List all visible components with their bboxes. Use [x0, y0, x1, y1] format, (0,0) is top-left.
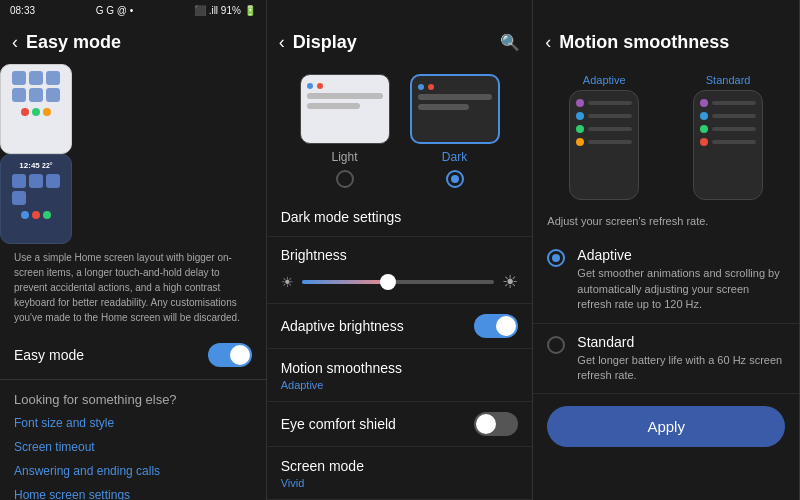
brightness-high-icon: ☀ — [502, 271, 518, 293]
apply-button[interactable]: Apply — [547, 406, 785, 447]
adaptive-radio-title: Adaptive — [577, 247, 785, 263]
eye-comfort-item[interactable]: Eye comfort shield — [267, 402, 533, 447]
standard-line-1 — [712, 101, 756, 105]
standard-line-4 — [712, 140, 756, 144]
dark-phone-dots — [21, 211, 51, 219]
adaptive-preview-label: Adaptive — [583, 74, 626, 86]
status-icons: G G @ • — [96, 5, 134, 16]
adaptive-line-1 — [588, 101, 632, 105]
eye-comfort-knob — [476, 414, 496, 434]
eye-comfort-label: Eye comfort shield — [281, 416, 396, 432]
app-icon-3 — [46, 71, 60, 85]
motion-scroll: Adaptive — [533, 64, 799, 500]
adaptive-dot-3 — [576, 125, 584, 133]
status-bar-3 — [533, 0, 799, 20]
status-bar-1: 08:33 G G @ • ⬛ .ill 91% 🔋 — [0, 0, 266, 20]
light-phone-dots — [21, 108, 51, 116]
home-screen-link[interactable]: Home screen settings — [0, 483, 266, 500]
screen-mode-item[interactable]: Screen mode Vivid — [267, 447, 533, 500]
divider-1 — [0, 379, 266, 380]
adaptive-toggle-knob — [496, 316, 516, 336]
eye-comfort-row: Eye comfort shield — [281, 412, 519, 436]
adaptive-radio[interactable] — [547, 249, 565, 267]
standard-dot-2 — [700, 112, 708, 120]
adaptive-brightness-toggle[interactable] — [474, 314, 518, 338]
app-icon-1 — [12, 71, 26, 85]
adaptive-preview-item: Adaptive — [547, 74, 661, 200]
adaptive-dot-1 — [576, 99, 584, 107]
standard-radio-title: Standard — [577, 334, 785, 350]
display-title: Display — [293, 32, 357, 53]
motion-title: Motion smoothness — [559, 32, 729, 53]
adaptive-line-3 — [588, 127, 632, 131]
dark-mode-radio[interactable] — [446, 170, 464, 188]
display-panel: ‹ Display 🔍 Light — [267, 0, 534, 500]
dark-mode-settings-label: Dark mode settings — [281, 209, 402, 225]
phone-preview-container: 12:45 22° — [0, 64, 266, 244]
adaptive-radio-option[interactable]: Adaptive Get smoother animations and scr… — [533, 237, 799, 323]
adaptive-phone-mock — [569, 90, 639, 200]
page-title: Easy mode — [26, 32, 121, 53]
status-right: ⬛ .ill 91% 🔋 — [194, 5, 256, 16]
easy-mode-toggle[interactable] — [208, 343, 252, 367]
adaptive-dot-4 — [576, 138, 584, 146]
motion-smoothness-panel: ‹ Motion smoothness Adaptive — [533, 0, 800, 500]
standard-radio-option[interactable]: Standard Get longer battery life with a … — [533, 324, 799, 395]
motion-smoothness-item[interactable]: Motion smoothness Adaptive — [267, 349, 533, 402]
dark-dot-3 — [43, 211, 51, 219]
preview-line-2 — [307, 93, 383, 99]
easy-mode-toggle-row: Easy mode — [0, 335, 266, 375]
standard-preview-item: Standard — [671, 74, 785, 200]
brightness-slider-row: ☀ ☀ — [281, 271, 519, 293]
standard-preview-label: Standard — [706, 74, 751, 86]
answering-calls-link[interactable]: Answering and ending calls — [0, 459, 266, 483]
dark-phone-preview: 12:45 22° — [0, 154, 72, 244]
dark-app-icon-4 — [12, 191, 26, 205]
light-phone-preview — [0, 64, 72, 154]
dark-dot-2 — [32, 211, 40, 219]
preview-dot-blue — [307, 83, 313, 89]
back-button[interactable]: ‹ — [12, 32, 18, 53]
motion-description: Adjust your screen's refresh rate. — [533, 210, 799, 237]
adaptive-radio-content: Adaptive Get smoother animations and scr… — [577, 247, 785, 312]
font-size-link[interactable]: Font size and style — [0, 411, 266, 435]
adaptive-brightness-row: Adaptive brightness — [281, 314, 519, 338]
standard-radio-content: Standard Get longer battery life with a … — [577, 334, 785, 384]
adaptive-line-4 — [588, 140, 632, 144]
easy-mode-header: ‹ Easy mode — [0, 20, 266, 64]
adaptive-brightness-item[interactable]: Adaptive brightness — [267, 304, 533, 349]
eye-comfort-toggle[interactable] — [474, 412, 518, 436]
preview-line-3 — [307, 103, 360, 109]
light-mode-radio[interactable] — [336, 170, 354, 188]
easy-mode-scroll: 12:45 22° Use a simple Home screen layou… — [0, 64, 266, 500]
brightness-low-icon: ☀ — [281, 274, 294, 290]
standard-radio[interactable] — [547, 336, 565, 354]
dot-3 — [43, 108, 51, 116]
dark-mode-option[interactable]: Dark — [410, 74, 500, 188]
standard-dot-4 — [700, 138, 708, 146]
standard-line-3 — [712, 127, 756, 131]
motion-smoothness-display-label: Motion smoothness — [281, 360, 402, 376]
slider-thumb[interactable] — [380, 274, 396, 290]
brightness-slider[interactable] — [302, 280, 495, 284]
motion-back-button[interactable]: ‹ — [545, 32, 551, 53]
app-icon-2 — [29, 71, 43, 85]
dark-phone-grid — [12, 174, 60, 205]
light-mode-option[interactable]: Light — [300, 74, 390, 188]
screen-timeout-link[interactable]: Screen timeout — [0, 435, 266, 459]
looking-for-section: Looking for something else? — [0, 384, 266, 411]
light-mode-label: Light — [331, 150, 357, 164]
dark-app-icon-1 — [12, 174, 26, 188]
dark-mode-settings-item[interactable]: Dark mode settings — [267, 198, 533, 237]
light-mode-preview — [300, 74, 390, 144]
app-icon-4 — [12, 88, 26, 102]
standard-line-2 — [712, 114, 756, 118]
dot-1 — [21, 108, 29, 116]
search-icon[interactable]: 🔍 — [500, 33, 520, 52]
display-back-button[interactable]: ‹ — [279, 32, 285, 53]
dark-preview-dot-red — [428, 84, 434, 90]
easy-mode-toggle-label: Easy mode — [14, 347, 84, 363]
motion-preview-container: Adaptive — [533, 64, 799, 210]
adaptive-brightness-label: Adaptive brightness — [281, 318, 404, 334]
dot-2 — [32, 108, 40, 116]
